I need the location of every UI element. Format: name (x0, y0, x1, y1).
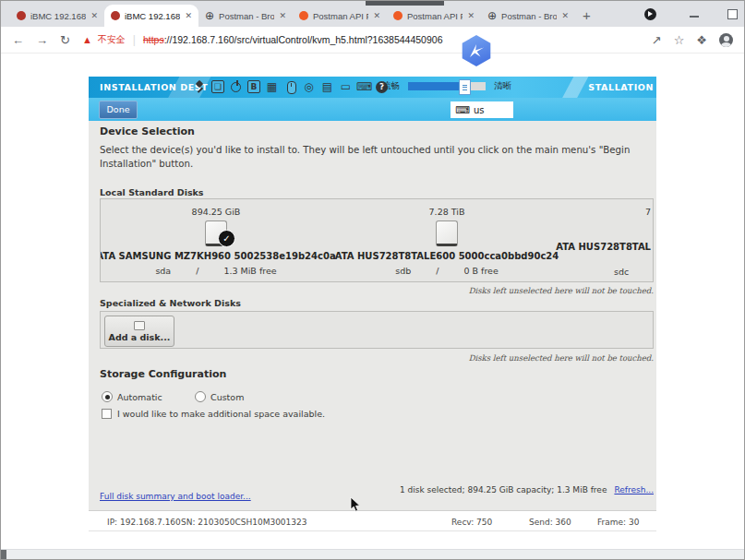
extensions-icon[interactable]: ❖ (696, 33, 707, 47)
reload-icon[interactable]: ↻ (60, 33, 70, 47)
close-icon[interactable]: ✕ (279, 11, 286, 20)
kvm-console: INSTALLATION DEST STALLATION ❏ B ▦ ◎ ▤ ▭… (89, 77, 656, 531)
kvm-status-bar: IP: 192.168.7.160 SN: 2103050CSH10M30013… (89, 510, 656, 531)
disk-mount: / (436, 266, 439, 276)
back-icon[interactable]: ← (12, 33, 24, 47)
disk-summary-link[interactable]: Full disk summary and boot loader... (100, 492, 251, 501)
security-warning-icon[interactable]: ▲ (82, 34, 92, 45)
profile-avatar[interactable] (719, 33, 733, 47)
tab-title: Postman API Platfo (313, 11, 368, 21)
tab-ibmc-2-active[interactable]: iBMC 192.168.7.16 ✕ (104, 5, 198, 27)
close-icon[interactable]: ✕ (373, 11, 380, 20)
close-icon[interactable]: ✕ (185, 11, 192, 20)
disk-free: 0 B free (463, 266, 498, 276)
keyboard-icon[interactable]: ⌨ (357, 79, 371, 94)
tab-title: Postman - Browse (501, 11, 557, 21)
disk-sdb[interactable]: 7.28 TiB ATA HUS728T8TALE600 5000cca0bbd… (331, 199, 562, 281)
disk-sda[interactable]: 894.25 GiB ✓ ATA SAMSUNG MZ7KH960 500253… (101, 199, 331, 281)
quality-slider-handle[interactable] (459, 79, 471, 95)
tab-postman-api-1[interactable]: Postman API Platfo ✕ (293, 5, 387, 27)
disk-device: sda (155, 266, 171, 276)
power-icon[interactable] (229, 79, 243, 94)
tab-postman-api-2[interactable]: Postman API Platfo ✕ (387, 5, 481, 27)
media-controls-icon[interactable] (644, 8, 656, 20)
quality-slider[interactable] (408, 82, 486, 90)
local-disks-label: Local Standard Disks (100, 187, 204, 197)
installer-header-title: INSTALLATION DEST (100, 82, 208, 92)
floppy-icon[interactable]: ▤ (320, 79, 334, 94)
close-icon[interactable]: ✕ (561, 11, 569, 20)
disk-name: ATA SAMSUNG MZ7KH960 5002538e19b24c0a (100, 251, 336, 261)
fullscreen-icon[interactable]: ❏ (211, 80, 224, 93)
bookmark-star-icon[interactable]: ☆ (674, 33, 685, 47)
status-recv: Recv: 750 (451, 518, 492, 527)
mouse-icon[interactable] (283, 79, 297, 94)
ibmc-favicon (111, 11, 120, 20)
share-icon[interactable]: ↗ (652, 33, 662, 47)
keyboard-layout-icon: ⌨ (455, 104, 470, 116)
tab-postman-browser-2[interactable]: ⊕ Postman - Browse ✕ (481, 5, 575, 27)
specialized-disks-panel: Add a disk... (100, 311, 654, 349)
close-icon[interactable]: ✕ (467, 11, 475, 20)
new-tab-button[interactable]: + (583, 7, 591, 23)
disk-name: ATA HUS728T8TALE600 5000cca0bbd90c24 (335, 251, 559, 261)
additional-space-label: I would like to make additional space av… (117, 409, 325, 419)
maximize-button[interactable] (727, 9, 738, 19)
disk-device: sdb (395, 266, 411, 276)
checkbox-icon[interactable] (102, 409, 112, 419)
url-rest: ://192.168.7.160/src/virtualControl/kvm_… (164, 34, 443, 45)
tab-title: Postman API Platfo (407, 11, 463, 21)
specialized-disks-label: Specialized & Network Disks (100, 298, 241, 308)
postman-favicon (299, 11, 308, 20)
minimize-button[interactable] (690, 16, 699, 18)
keyboard-layout-indicator[interactable]: ⌨ us (451, 101, 513, 118)
status-frame: Frame: 30 (597, 518, 639, 527)
local-disks-panel: 894.25 GiB ✓ ATA SAMSUNG MZ7KH960 500253… (100, 198, 654, 282)
disk-size: 7.28 TiB (429, 207, 465, 217)
radio-unselected-icon[interactable] (195, 391, 206, 402)
add-disk-label: Add a disk... (109, 332, 171, 342)
kvm-toolbar: ❏ B ▦ ◎ ▤ ▭ ⌨ ? (193, 79, 388, 94)
pin-icon[interactable] (193, 79, 207, 94)
keyboard-layout-label: us (474, 105, 485, 115)
selected-check-icon: ✓ (218, 230, 235, 247)
url-protocol: https (143, 34, 164, 45)
tab-ibmc-1[interactable]: iBMC 192.168.7.16 ✕ (10, 5, 104, 27)
screenshot-icon[interactable]: ▦ (265, 79, 279, 94)
refresh-link[interactable]: Refresh... (614, 485, 654, 494)
footer-left: Full disk summary and boot loader... (100, 485, 251, 503)
disk-details: sdb / 0 B free (395, 266, 499, 276)
disk-free: 1.3 MiB free (223, 266, 276, 276)
selection-summary: 1 disk selected; 894.25 GiB capacity; 1.… (400, 485, 607, 494)
globe-favicon: ⊕ (487, 11, 497, 20)
additional-space-option[interactable]: I would like to make additional space av… (102, 403, 325, 421)
tab-postman-browser-1[interactable]: ⊕ Postman - Browse ✕ (198, 5, 293, 27)
cd-rom-icon[interactable]: ◎ (302, 79, 316, 94)
disk-sdc[interactable]: 7 ATA HUS728T8TAL sdc (562, 199, 653, 281)
installer-subheader: Done ⌨ us (89, 98, 656, 122)
security-warning-label[interactable]: 不安全 (98, 33, 126, 46)
status-send: Send: 360 (529, 518, 571, 527)
close-icon[interactable]: ✕ (90, 11, 98, 20)
quality-sharp-label: 清晰 (494, 80, 511, 92)
add-disk-button[interactable]: Add a disk... (104, 316, 174, 347)
globe-favicon: ⊕ (205, 11, 214, 20)
radio-custom-label: Custom (210, 392, 244, 402)
forward-icon[interactable]: → (36, 33, 48, 47)
done-button[interactable]: Done (99, 101, 138, 119)
disk-size: 894.25 GiB (192, 207, 241, 217)
display-record-icon[interactable]: ▭ (339, 79, 353, 94)
address-bar: ← → ↻ ▲ 不安全 | https://192.168.7.160/src/… (1, 27, 744, 54)
browser-window: iBMC 192.168.7.16 ✕ iBMC 192.168.7.16 ✕ … (0, 0, 745, 560)
hard-disk-icon: ✓ (205, 220, 227, 246)
tab-title: Postman - Browse (219, 11, 274, 21)
radio-selected-icon[interactable] (102, 391, 113, 402)
window-drag-strip (366, 1, 444, 6)
quality-smooth-label: 流畅 (382, 80, 400, 92)
radio-custom[interactable]: Custom (195, 387, 244, 404)
url-text[interactable]: https://192.168.7.160/src/virtualControl… (143, 34, 443, 45)
radio-automatic[interactable]: Automatic (102, 387, 162, 404)
b-key-icon[interactable]: B (247, 80, 260, 93)
ibmc-favicon (17, 11, 26, 20)
unselected-note: Disks left unselected here will not be t… (469, 286, 654, 295)
